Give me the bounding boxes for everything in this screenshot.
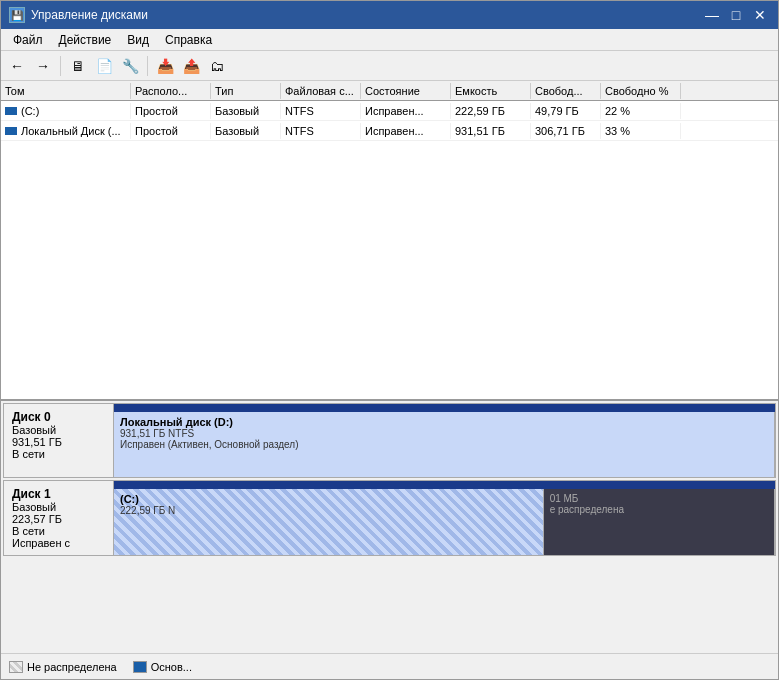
disk-0-partitions: Локальный диск (D:) 931,51 ГБ NTFS Испра…	[114, 404, 775, 477]
disk-1-c-size: 222,59 ГБ N	[120, 505, 537, 516]
disk-1-parts-row: (C:) 222,59 ГБ N 01 МБ е распределена	[114, 489, 775, 555]
main-content: Том Располо... Тип Файловая с... Состоян…	[1, 81, 778, 679]
th-tip: Тип	[211, 83, 281, 99]
th-tom: Том	[1, 83, 131, 99]
th-state: Состояние	[361, 83, 451, 99]
disk-1-status2: Исправен с	[12, 537, 105, 549]
disk-1-unalloc-label: е распределена	[550, 504, 768, 515]
th-svobodp: Свободно %	[601, 83, 681, 99]
legend-blue-icon	[133, 661, 147, 673]
disk-1-unalloc-partition[interactable]: 01 МБ е распределена	[544, 489, 775, 555]
td-raspo-1: Простой	[131, 123, 211, 139]
legend-hatched-icon	[9, 661, 23, 673]
toolbar: ← → 🖥 📄 🔧 📥 📤 🗂	[1, 51, 778, 81]
toolbar-btn-5[interactable]: 📤	[179, 54, 203, 78]
table-body: (C:) Простой Базовый NTFS Исправен... 22…	[1, 101, 778, 399]
disk-0-main-partition[interactable]: Локальный диск (D:) 931,51 ГБ NTFS Испра…	[114, 412, 775, 477]
disk-1-info: Диск 1 Базовый 223,57 ГБ В сети Исправен…	[4, 481, 114, 555]
td-raspo-0: Простой	[131, 103, 211, 119]
toolbar-sep-1	[60, 56, 61, 76]
minimize-button[interactable]: —	[702, 6, 722, 24]
disk-1-size: 223,57 ГБ	[12, 513, 105, 525]
td-fs-1: NTFS	[281, 123, 361, 139]
menu-file[interactable]: Файл	[5, 31, 51, 48]
main-window: 💾 Управление дисками — □ ✕ Файл Действие…	[0, 0, 779, 680]
legend-unallocated-label: Не распределена	[27, 661, 117, 673]
disk-0-type: Базовый	[12, 424, 105, 436]
th-emk: Емкость	[451, 83, 531, 99]
td-tip-0: Базовый	[211, 103, 281, 119]
td-tom-0: (C:)	[1, 103, 131, 119]
legend-basic: Основ...	[133, 661, 192, 673]
forward-button[interactable]: →	[31, 54, 55, 78]
legend-unallocated: Не распределена	[9, 661, 117, 673]
disk-1-status: В сети	[12, 525, 105, 537]
disk-1-type: Базовый	[12, 501, 105, 513]
td-fs-0: NTFS	[281, 103, 361, 119]
disk-0-partition-size: 931,51 ГБ NTFS	[120, 428, 768, 439]
toolbar-btn-2[interactable]: 📄	[92, 54, 116, 78]
disk-0-info: Диск 0 Базовый 931,51 ГБ В сети	[4, 404, 114, 477]
td-svobod-1: 306,71 ГБ	[531, 123, 601, 139]
table-header: Том Располо... Тип Файловая с... Состоян…	[1, 81, 778, 101]
table-row[interactable]: (C:) Простой Базовый NTFS Исправен... 22…	[1, 101, 778, 121]
disk-1-partitions: (C:) 222,59 ГБ N 01 МБ е распределена	[114, 481, 775, 555]
th-raspo: Располо...	[131, 83, 211, 99]
disk-0-row: Диск 0 Базовый 931,51 ГБ В сети Локальны…	[3, 403, 776, 478]
maximize-button[interactable]: □	[726, 6, 746, 24]
disk-0-parts-row: Локальный диск (D:) 931,51 ГБ NTFS Испра…	[114, 412, 775, 477]
top-table-area: Том Располо... Тип Файловая с... Состоян…	[1, 81, 778, 401]
disk-0-top-bar	[114, 404, 775, 412]
disk-0-name: Диск 0	[12, 410, 105, 424]
toolbar-btn-4[interactable]: 📥	[153, 54, 177, 78]
td-state-1: Исправен...	[361, 123, 451, 139]
disk-icon	[5, 107, 17, 115]
disk-0-partition-status: Исправен (Активен, Основной раздел)	[120, 439, 768, 450]
disk-1-unalloc-size: 01 МБ	[550, 493, 768, 504]
td-emk-0: 222,59 ГБ	[451, 103, 531, 119]
table-row[interactable]: Локальный Диск (... Простой Базовый NTFS…	[1, 121, 778, 141]
disk-icon	[5, 127, 17, 135]
th-fs: Файловая с...	[281, 83, 361, 99]
disk-0-partition-label: Локальный диск (D:)	[120, 416, 768, 428]
menu-action[interactable]: Действие	[51, 31, 120, 48]
td-svobodp-0: 22 %	[601, 103, 681, 119]
td-emk-1: 931,51 ГБ	[451, 123, 531, 139]
title-buttons: — □ ✕	[702, 6, 770, 24]
td-state-0: Исправен...	[361, 103, 451, 119]
disk-0-status: В сети	[12, 448, 105, 460]
legend-basic-label: Основ...	[151, 661, 192, 673]
app-icon: 💾	[9, 7, 25, 23]
toolbar-btn-6[interactable]: 🗂	[205, 54, 229, 78]
disk-1-row: Диск 1 Базовый 223,57 ГБ В сети Исправен…	[3, 480, 776, 556]
menu-bar: Файл Действие Вид Справка	[1, 29, 778, 51]
toolbar-btn-1[interactable]: 🖥	[66, 54, 90, 78]
title-bar: 💾 Управление дисками — □ ✕	[1, 1, 778, 29]
td-tom-1: Локальный Диск (...	[1, 123, 131, 139]
close-button[interactable]: ✕	[750, 6, 770, 24]
td-tip-1: Базовый	[211, 123, 281, 139]
disk-0-size: 931,51 ГБ	[12, 436, 105, 448]
menu-view[interactable]: Вид	[119, 31, 157, 48]
disk-1-name: Диск 1	[12, 487, 105, 501]
td-svobod-0: 49,79 ГБ	[531, 103, 601, 119]
toolbar-btn-3[interactable]: 🔧	[118, 54, 142, 78]
window-title: Управление дисками	[31, 8, 148, 22]
menu-help[interactable]: Справка	[157, 31, 220, 48]
disk-1-c-partition[interactable]: (C:) 222,59 ГБ N	[114, 489, 544, 555]
toolbar-sep-2	[147, 56, 148, 76]
back-button[interactable]: ←	[5, 54, 29, 78]
disk-1-c-label: (C:)	[120, 493, 537, 505]
disk-1-top-bar	[114, 481, 775, 489]
bottom-disk-area: Диск 0 Базовый 931,51 ГБ В сети Локальны…	[1, 401, 778, 653]
title-bar-left: 💾 Управление дисками	[9, 7, 148, 23]
th-svobod: Свобод...	[531, 83, 601, 99]
legend-bar: Не распределена Основ...	[1, 653, 778, 679]
td-svobodp-1: 33 %	[601, 123, 681, 139]
